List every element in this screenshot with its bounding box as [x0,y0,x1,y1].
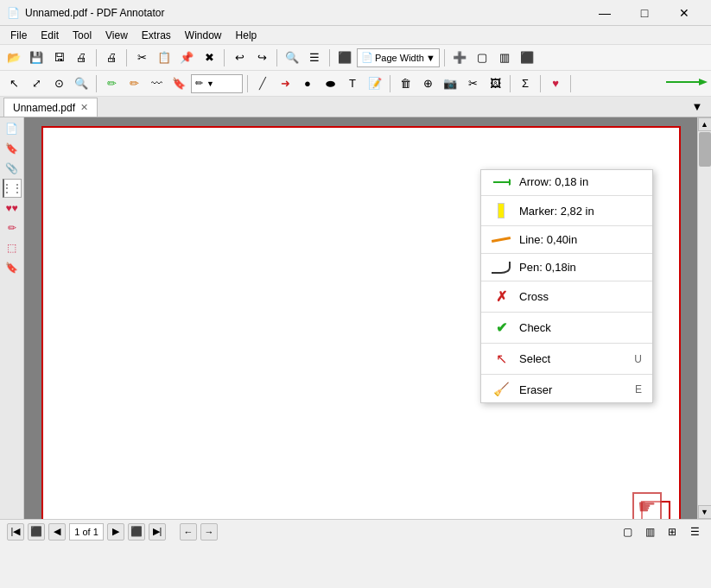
menu-help[interactable]: Help [229,28,264,43]
view-list-btn[interactable]: ☰ [685,522,704,541]
view-grid-btn[interactable]: ⊞ [663,522,682,541]
last-page-btn[interactable]: ▶| [149,523,166,541]
menu-window[interactable]: Window [178,28,229,43]
copy-button[interactable]: 📋 [154,47,175,68]
print-button[interactable]: 🖨 [101,47,122,68]
arrow-svg [492,176,511,188]
select2-btn[interactable]: ⤢ [26,73,47,94]
scroll-thumb[interactable] [699,132,711,167]
panel-tab-bookmarks[interactable]: 🔖 [3,139,22,158]
panel-tab-eraser[interactable]: ⬚ [3,238,22,257]
menu-tool[interactable]: Tool [66,28,98,43]
lasso-btn[interactable]: ⊙ [48,73,69,94]
save-button[interactable]: 💾 [26,47,47,68]
dd-select-label: Select [519,352,625,365]
text2-btn[interactable]: 📝 [365,73,385,94]
panel-tab-annots[interactable]: 📎 [3,159,22,178]
clip-btn[interactable]: ✂ [462,73,483,94]
document-tab[interactable]: Unnamed.pdf ✕ [3,98,98,117]
scroll-down-btn[interactable]: ▼ [698,505,712,519]
maximize-button[interactable]: □ [625,0,664,26]
vertical-scrollbar[interactable]: ▲ ▼ [697,117,711,519]
menu-edit[interactable]: Edit [34,28,66,43]
open-button[interactable]: 📂 [3,47,24,68]
next-page-btn[interactable]: ▶ [107,523,124,541]
back-btn[interactable]: ← [180,523,197,541]
forward-btn[interactable]: → [200,523,218,541]
scan-button[interactable]: 🖨 [71,47,92,68]
dd-item-select[interactable]: ↖ Select U [481,345,652,372]
page-btn3[interactable]: ⬛ [517,47,537,68]
redo-button[interactable]: ↪ [251,47,272,68]
tab-list-btn[interactable]: ▼ [687,96,708,117]
dd-item-marker[interactable]: Marker: 2,82 in [481,198,652,224]
find-button[interactable]: 🔍 [282,47,302,68]
scroll-up-btn[interactable]: ▲ [698,117,712,131]
dd-item-line[interactable]: Line: 0,40in [481,228,652,251]
pen-btn[interactable]: ✏ [124,73,144,94]
panel-tab-fav[interactable]: ♥♥ [3,199,22,218]
tab-close-btn[interactable]: ✕ [80,102,88,113]
dd-sep1 [481,195,652,196]
oval-btn[interactable]: ⬬ [320,73,340,94]
eraser-tool[interactable]: 🗑 [395,73,416,94]
delete-button[interactable]: ✖ [199,47,219,68]
arrow-right-indicator [664,75,708,92]
scan-right-btn[interactable]: ⬛ [128,523,145,541]
first-page-btn[interactable]: |◀ [7,523,24,541]
crosshair-btn[interactable]: ⊕ [417,73,438,94]
panel-tab-active[interactable]: ⋮⋮ [3,179,22,198]
paste-button[interactable]: 📌 [176,47,197,68]
annot-list[interactable]: ☰ [304,47,325,68]
image-btn[interactable]: 🖼 [485,73,505,94]
dd-eraser-label: Eraser [519,383,626,396]
menu-view[interactable]: View [98,28,135,43]
select-tool-btn[interactable]: ↖ [3,73,24,94]
camera-btn[interactable]: 📷 [440,73,460,94]
single-page-btn[interactable]: ▢ [472,47,492,68]
stamp-btn[interactable]: 🔖 [168,73,189,94]
undo-button[interactable]: ↩ [229,47,250,68]
dd-item-pen[interactable]: Pen: 0,18in [481,256,652,279]
saveas-button[interactable]: 🖫 [48,47,69,68]
line-draw-btn[interactable]: ╱ [252,73,273,94]
page-number-input[interactable] [69,523,104,541]
formula-btn[interactable]: Σ [515,73,536,94]
cursor-hand-icon: ☛ [632,492,662,519]
dd-item-arrow[interactable]: Arrow: 0,18 in [481,170,652,193]
wave-btn[interactable]: 〰 [146,73,167,94]
page-width-combo[interactable]: 📄 Page Width ▼ [357,48,440,67]
arrow-draw-btn[interactable]: ➜ [275,73,295,94]
menu-extras[interactable]: Extras [135,28,178,43]
two-page-btn[interactable]: ▥ [494,47,515,68]
tool-combo[interactable]: ✏ ▼ [191,74,243,93]
cut-button[interactable]: ✂ [131,47,152,68]
add-page-button[interactable]: ➕ [449,47,470,68]
view-single-btn[interactable]: ▢ [618,522,637,541]
zoom-out-button[interactable]: ⬛ [334,47,355,68]
sep5 [329,49,330,66]
fav-btn[interactable]: ♥ [545,73,566,94]
panel-tab-pen[interactable]: ✏ [3,218,22,237]
scroll-track[interactable] [698,131,712,505]
dd-item-check[interactable]: ✔ Check [481,314,652,341]
dd-select-shortcut: U [634,353,642,365]
prev-page-btn[interactable]: ◀ [48,523,66,541]
cross-shape: ✗ [496,288,507,305]
menu-file[interactable]: File [3,28,34,43]
panel-tab-stamp[interactable]: 🔖 [3,258,22,277]
highlight-btn[interactable]: ✏ [101,73,122,94]
minimize-button[interactable]: — [585,0,625,26]
scan-left-btn[interactable]: ⬛ [28,523,45,541]
shape-btn[interactable]: ● [297,73,318,94]
dd-line-label: Line: 0,40in [519,233,642,246]
view-two-btn[interactable]: ▥ [640,522,659,541]
zoom-btn[interactable]: 🔍 [71,73,92,94]
close-button[interactable]: ✕ [664,0,704,26]
dd-item-eraser[interactable]: 🧹 Eraser E [481,376,652,402]
app-icon: 📄 [7,7,20,19]
dd-item-cross[interactable]: ✗ Cross [481,283,652,310]
document-view[interactable]: ☛ Arrow: 0,18 in Marker: 2,82 i [24,117,697,519]
panel-tab-pages[interactable]: 📄 [3,119,22,138]
text-btn[interactable]: T [342,73,363,94]
